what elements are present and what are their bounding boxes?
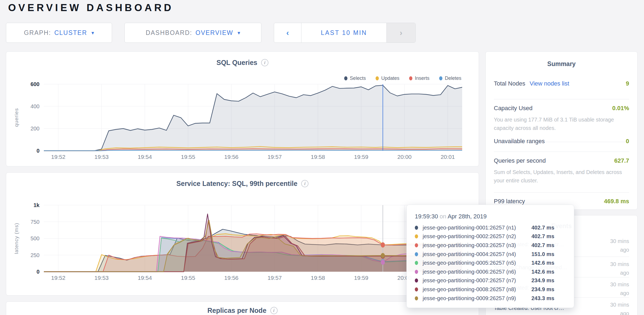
tooltip-node-name: jesse-geo-partitioning-0004:26257 (n4) xyxy=(423,251,531,257)
tooltip-node-row: jesse-geo-partitioning-0007:26257 (n7) 2… xyxy=(415,276,566,285)
series-dot-icon xyxy=(415,234,418,238)
time-range-selector: ‹ LAST 10 MIN › xyxy=(274,23,416,43)
series-dot-icon xyxy=(415,261,418,265)
time-range-next-button[interactable]: › xyxy=(387,23,415,42)
dashboard-dropdown[interactable]: DASHBOARD: OVERVIEW ▾ xyxy=(124,23,261,43)
svg-text:19:52: 19:52 xyxy=(51,275,65,281)
svg-text:250: 250 xyxy=(31,252,40,258)
chevron-down-icon: ▾ xyxy=(91,30,94,36)
svg-text:19:54: 19:54 xyxy=(138,154,152,160)
tooltip-node-row: jesse-geo-partitioning-0009:26257 (n9) 2… xyxy=(415,294,566,303)
sql-queries-card: SQL Queriesi Selects Updates Inserts Del… xyxy=(6,51,479,166)
summary-panel: Summary Total NodesView nodes list 9 Cap… xyxy=(485,51,638,210)
tooltip-node-name: jesse-geo-partitioning-0006:26257 (n6) xyxy=(423,269,531,275)
svg-text:latency (ms): latency (ms) xyxy=(14,223,19,254)
p99-latency-value: 469.8 ms xyxy=(604,198,629,205)
qps-label: Queries per second xyxy=(494,157,546,164)
capacity-used-value: 0.01% xyxy=(612,105,629,112)
time-range-label[interactable]: LAST 10 MIN xyxy=(301,23,387,42)
sql-queries-plot[interactable]: 020040060019:5219:5319:5419:5519:5619:57… xyxy=(6,52,479,167)
summary-row-capacity: Capacity Used 0.01% xyxy=(494,105,629,112)
series-dot-icon xyxy=(415,252,418,256)
p99-latency-label: P99 latency xyxy=(494,198,525,205)
tooltip-node-value: 151.0 ms xyxy=(531,251,554,257)
view-nodes-list-link[interactable]: View nodes list xyxy=(530,80,569,87)
unavailable-ranges-label: Unavailable ranges xyxy=(494,138,545,145)
tooltip-node-row: jesse-geo-partitioning-0002:26257 (n2) 4… xyxy=(415,232,566,241)
tooltip-node-value: 402.7 ms xyxy=(531,225,554,231)
series-dot-icon xyxy=(415,270,418,274)
tooltip-node-value: 142.6 ms xyxy=(531,269,554,275)
replicas-title-row: Replicas per Nodei xyxy=(6,307,479,314)
total-nodes-label: Total Nodes xyxy=(494,80,525,87)
series-dot-icon xyxy=(415,243,418,247)
tooltip-timestamp: 19:59:30 on Apr 28th, 2019 xyxy=(415,213,566,220)
info-icon[interactable]: i xyxy=(270,307,278,314)
tooltip-node-row: jesse-geo-partitioning-0006:26257 (n6) 1… xyxy=(415,267,566,276)
svg-text:750: 750 xyxy=(31,219,40,225)
tooltip-node-value: 402.7 ms xyxy=(531,242,554,248)
series-dot-icon xyxy=(415,287,418,291)
series-dot-icon xyxy=(415,226,418,230)
event-time: 30 minsago xyxy=(610,300,629,315)
svg-text:19:59: 19:59 xyxy=(354,275,369,281)
qps-value: 627.7 xyxy=(614,157,629,164)
svg-text:600: 600 xyxy=(31,81,40,87)
svg-text:0: 0 xyxy=(37,148,40,154)
tooltip-node-name: jesse-geo-partitioning-0001:26257 (n1) xyxy=(423,225,531,231)
svg-text:19:54: 19:54 xyxy=(138,275,152,281)
tooltip-rows: jesse-geo-partitioning-0001:26257 (n1) 4… xyxy=(415,223,566,303)
overview-dashboard-page: OVERVIEW DASHBOARD GRAPH: CLUSTER ▾ DASH… xyxy=(0,0,644,315)
tooltip-node-row: jesse-geo-partitioning-0005:26257 (n5) 1… xyxy=(415,258,566,267)
graph-dropdown-value: CLUSTER xyxy=(54,29,87,37)
summary-title: Summary xyxy=(486,60,637,68)
chevron-down-icon: ▾ xyxy=(238,30,240,36)
svg-text:19:55: 19:55 xyxy=(181,275,195,281)
svg-text:19:58: 19:58 xyxy=(311,275,325,281)
tooltip-node-name: jesse-geo-partitioning-0005:26257 (n5) xyxy=(423,260,531,266)
graph-dropdown-label: GRAPH: xyxy=(24,29,51,37)
capacity-used-desc: You are using 177.7 MiB of 3.1 TiB usabl… xyxy=(494,116,630,132)
dashboard-dropdown-label: DASHBOARD: xyxy=(146,29,192,37)
svg-text:500: 500 xyxy=(31,235,40,241)
series-dot-icon xyxy=(415,296,418,300)
tooltip-node-name: jesse-geo-partitioning-0007:26257 (n7) xyxy=(423,277,531,284)
chart-hover-tooltip: 19:59:30 on Apr 28th, 2019 jesse-geo-par… xyxy=(406,205,574,308)
summary-row-unavailable-ranges: Unavailable ranges 0 xyxy=(494,138,629,145)
svg-text:19:53: 19:53 xyxy=(94,154,109,160)
tooltip-node-value: 234.9 ms xyxy=(531,286,554,293)
summary-row-qps: Queries per second 627.7 xyxy=(494,157,629,164)
svg-text:19:57: 19:57 xyxy=(268,275,282,281)
event-time: 30 minsago xyxy=(610,260,629,277)
divider xyxy=(494,152,629,152)
svg-text:19:56: 19:56 xyxy=(224,275,239,281)
graph-dropdown[interactable]: GRAPH: CLUSTER ▾ xyxy=(6,23,112,43)
tooltip-node-row: jesse-geo-partitioning-0003:26257 (n3) 4… xyxy=(415,241,566,250)
tooltip-node-value: 402.7 ms xyxy=(531,233,554,239)
svg-text:19:58: 19:58 xyxy=(311,154,325,160)
tooltip-node-name: jesse-geo-partitioning-0009:26257 (n9) xyxy=(423,295,531,301)
qps-desc: Sum of Selects, Updates, Inserts, and De… xyxy=(494,168,630,185)
capacity-used-label: Capacity Used xyxy=(494,105,533,111)
time-range-prev-button[interactable]: ‹ xyxy=(274,23,301,42)
svg-text:19:57: 19:57 xyxy=(268,154,282,160)
dashboard-dropdown-value: OVERVIEW xyxy=(196,29,234,37)
svg-text:20:00: 20:00 xyxy=(397,154,412,160)
svg-text:19:56: 19:56 xyxy=(224,154,239,160)
tooltip-node-row: jesse-geo-partitioning-0008:26257 (n8) 2… xyxy=(415,285,566,294)
summary-row-p99-latency: P99 latency 469.8 ms xyxy=(494,198,629,205)
event-time: 30 minsago xyxy=(610,280,629,297)
summary-row-total-nodes: Total NodesView nodes list 9 xyxy=(494,80,629,87)
svg-text:0: 0 xyxy=(37,269,40,275)
tooltip-node-name: jesse-geo-partitioning-0008:26257 (n8) xyxy=(423,286,531,293)
svg-text:19:55: 19:55 xyxy=(181,154,195,160)
page-title: OVERVIEW DASHBOARD xyxy=(8,2,174,14)
svg-text:19:53: 19:53 xyxy=(94,275,109,281)
svg-text:queries: queries xyxy=(14,108,19,127)
replicas-title: Replicas per Node xyxy=(207,307,266,314)
svg-text:19:59: 19:59 xyxy=(354,154,369,160)
tooltip-node-row: jesse-geo-partitioning-0004:26257 (n4) 1… xyxy=(415,250,566,259)
svg-text:1k: 1k xyxy=(34,202,40,208)
svg-text:400: 400 xyxy=(31,103,40,109)
divider xyxy=(494,99,629,99)
